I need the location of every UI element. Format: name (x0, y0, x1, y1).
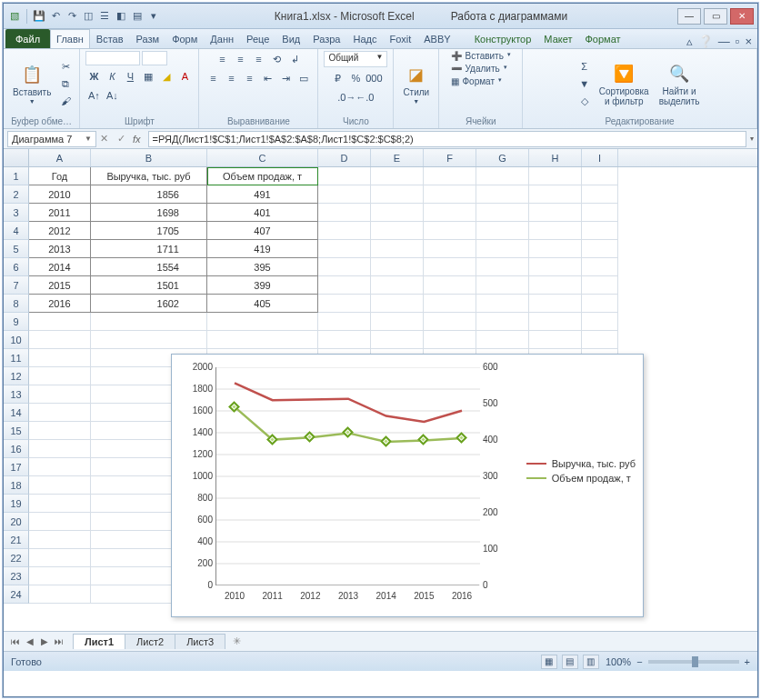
col-header-G[interactable]: G (476, 149, 529, 166)
cell-A19[interactable] (29, 495, 91, 513)
row-header-12[interactable]: 12 (4, 367, 29, 385)
cell-D2[interactable] (318, 185, 371, 204)
cell-A12[interactable] (29, 367, 91, 385)
cell-H7[interactable] (529, 276, 582, 295)
tab-formulas[interactable]: Форм (165, 29, 204, 48)
cut-icon[interactable]: ✂ (58, 59, 73, 74)
cell-A3[interactable]: 2011 (29, 204, 91, 222)
row-header-15[interactable]: 15 (4, 422, 29, 440)
view-page-layout-icon[interactable]: ▤ (562, 655, 578, 669)
tab-foxit[interactable]: Foxit (383, 29, 417, 48)
cell-C3[interactable]: 401 (207, 204, 318, 222)
qat-btn-2[interactable]: ☰ (97, 9, 112, 24)
decrease-decimal-icon[interactable]: ←.0 (357, 90, 372, 105)
cell-E6[interactable] (371, 258, 424, 276)
cell-E4[interactable] (371, 222, 424, 240)
row-header-17[interactable]: 17 (4, 458, 29, 476)
currency-icon[interactable]: ₽ (330, 71, 345, 85)
cell-F7[interactable] (424, 276, 476, 295)
cell-D7[interactable] (318, 276, 371, 295)
cells-insert-icon[interactable]: ➕ (451, 51, 462, 61)
cell-A9[interactable] (29, 313, 91, 331)
cell-D9[interactable] (318, 313, 371, 331)
cell-F1[interactable] (424, 167, 476, 185)
align-bottom-icon[interactable]: ≡ (251, 52, 265, 66)
cell-A8[interactable]: 2016 (29, 295, 91, 313)
cell-A21[interactable] (29, 531, 91, 549)
redo-icon[interactable]: ↷ (65, 9, 79, 24)
cell-A18[interactable] (29, 476, 91, 495)
cell-H8[interactable] (529, 295, 582, 313)
col-header-D[interactable]: D (318, 149, 371, 166)
save-icon[interactable]: 💾 (32, 9, 46, 24)
sheet-nav-last-icon[interactable]: ⏭ (53, 636, 65, 646)
cell-H1[interactable] (529, 167, 582, 185)
row-header-9[interactable]: 9 (4, 313, 29, 331)
cell-I3[interactable] (582, 204, 618, 222)
cell-A5[interactable]: 2013 (29, 240, 91, 258)
cell-I9[interactable] (582, 313, 618, 331)
cell-G1[interactable] (476, 167, 529, 185)
cell-E10[interactable] (371, 331, 424, 349)
row-header-22[interactable]: 22 (4, 549, 29, 567)
cell-G7[interactable] (476, 276, 529, 295)
cell-H5[interactable] (529, 240, 582, 258)
col-header-I[interactable]: I (582, 149, 618, 166)
cell-B2[interactable]: 1856 (91, 185, 207, 204)
sheet-nav-next-icon[interactable]: ▶ (38, 636, 51, 646)
tab-abby[interactable]: ABBY (417, 29, 456, 48)
row-header-6[interactable]: 6 (4, 258, 29, 276)
workbook-close-icon[interactable]: × (745, 35, 752, 48)
cell-A10[interactable] (29, 331, 91, 349)
tab-chart-format[interactable]: Формат (579, 29, 627, 48)
row-header-18[interactable]: 18 (4, 476, 29, 495)
qat-btn-5[interactable]: ▾ (146, 9, 161, 24)
italic-icon[interactable]: К (105, 69, 119, 84)
cell-A4[interactable]: 2012 (29, 222, 91, 240)
col-header-A[interactable]: A (29, 149, 91, 166)
workbook-min-icon[interactable]: — (718, 35, 730, 48)
chart-plot-area[interactable]: 0200400600800100012001400160018002000010… (215, 367, 479, 585)
cell-D3[interactable] (318, 204, 371, 222)
cell-C9[interactable] (207, 313, 318, 331)
cell-A22[interactable] (29, 549, 91, 567)
cell-B5[interactable]: 1711 (91, 240, 207, 258)
sheet-nav-prev-icon[interactable]: ◀ (24, 636, 36, 646)
tab-insert[interactable]: Встав (90, 29, 130, 48)
chart-object[interactable]: 0200400600800100012001400160018002000010… (171, 354, 644, 617)
copy-icon[interactable]: ⧉ (58, 76, 73, 91)
workbook-restore-icon[interactable]: ▫ (736, 35, 740, 48)
increase-indent-icon[interactable]: ⇥ (278, 71, 293, 85)
view-normal-icon[interactable]: ▦ (541, 655, 557, 669)
cell-H10[interactable] (529, 331, 582, 349)
cell-I7[interactable] (582, 276, 618, 295)
col-header-C[interactable]: C (207, 149, 318, 166)
col-header-E[interactable]: E (371, 149, 424, 166)
cell-C10[interactable] (207, 331, 318, 349)
wrap-text-icon[interactable]: ↲ (287, 52, 302, 66)
cell-G9[interactable] (476, 313, 529, 331)
row-header-24[interactable]: 24 (4, 585, 29, 604)
cell-F9[interactable] (424, 313, 476, 331)
row-header-5[interactable]: 5 (4, 240, 29, 258)
cancel-formula-icon[interactable]: ✕ (100, 133, 108, 145)
cell-I8[interactable] (582, 295, 618, 313)
qat-btn-1[interactable]: ◫ (81, 9, 95, 24)
cell-I10[interactable] (582, 331, 618, 349)
zoom-level[interactable]: 100% (606, 656, 631, 667)
cell-B7[interactable]: 1501 (91, 276, 207, 295)
underline-icon[interactable]: Ч (123, 69, 137, 84)
cell-E2[interactable] (371, 185, 424, 204)
tab-data[interactable]: Данн (204, 29, 240, 48)
view-page-break-icon[interactable]: ▥ (583, 655, 599, 669)
sheet-nav-first-icon[interactable]: ⏮ (9, 636, 22, 646)
tab-page-layout[interactable]: Разм (130, 29, 166, 48)
border-icon[interactable]: ▦ (141, 69, 155, 84)
cell-B10[interactable] (91, 331, 207, 349)
cell-F8[interactable] (424, 295, 476, 313)
tab-home[interactable]: Главн (50, 29, 90, 48)
cell-I5[interactable] (582, 240, 618, 258)
cell-D1[interactable] (318, 167, 371, 185)
comma-icon[interactable]: 000 (366, 71, 381, 85)
cell-A6[interactable]: 2014 (29, 258, 91, 276)
